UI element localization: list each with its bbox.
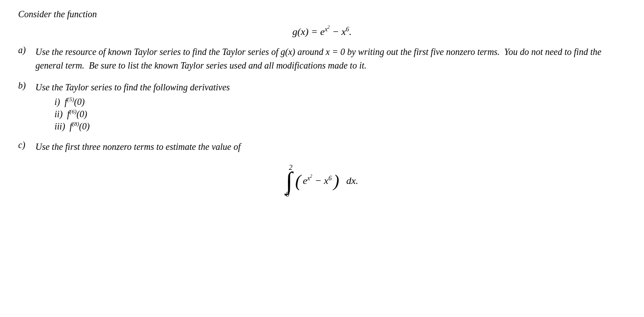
main-formula: g(x) = ex2 − x6. <box>18 26 626 38</box>
sub-item-ii: ii) f(6)(0) <box>54 109 626 119</box>
dx-text: dx. <box>344 175 358 187</box>
integral-upper: 2 <box>289 163 292 172</box>
part-a: a) Use the resource of known Taylor seri… <box>18 45 626 72</box>
sub-items-list: i) f(5)(0) ii) f(6)(0) iii) f(8)(0) <box>54 97 626 132</box>
integral-sign: ∫ <box>286 170 292 192</box>
integrand-expr: ex2 − x6 <box>303 175 332 187</box>
part-c-body: Use the first three nonzero terms to est… <box>35 140 241 154</box>
part-c: c) Use the first three nonzero terms to … <box>18 140 626 154</box>
part-b-label: b) <box>18 80 32 91</box>
part-a-body: Use the resource of known Taylor series … <box>35 45 626 72</box>
intro-text: Consider the function <box>18 9 626 20</box>
sub-item-iii: iii) f(8)(0) <box>54 121 626 132</box>
part-b: b) Use the Taylor series to find the fol… <box>18 80 626 132</box>
part-a-label: a) <box>18 45 32 55</box>
part-c-label: c) <box>18 140 32 150</box>
integral-formula: 2 ∫ 0 ( ex2 − x6 ) dx. <box>18 162 626 200</box>
right-paren: ) <box>333 172 339 189</box>
integral-lower: 0 <box>286 190 289 198</box>
part-b-body: Use the Taylor series to find the follow… <box>35 80 230 94</box>
sub-item-i: i) f(5)(0) <box>54 97 626 107</box>
left-paren: ( <box>295 172 301 189</box>
